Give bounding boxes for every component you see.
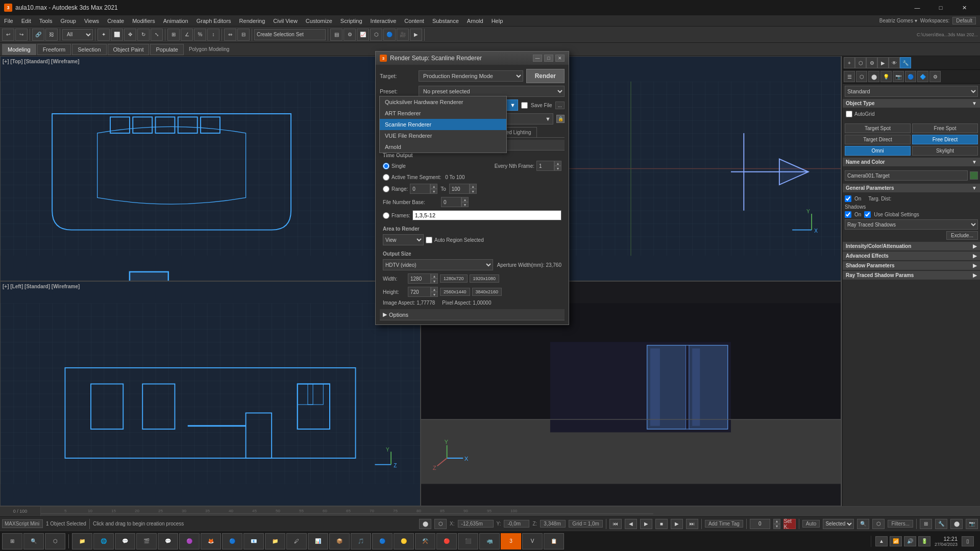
unlink-button[interactable]: ⛓ <box>45 29 58 41</box>
viewport-icon-4[interactable]: 📷 <box>966 519 978 529</box>
go-end-button[interactable]: ⏭ <box>686 519 698 529</box>
autogrid-checkbox[interactable] <box>846 111 852 117</box>
rp-cam-btn[interactable]: 📷 <box>893 71 904 82</box>
target-spot-btn[interactable]: Target Spot <box>845 123 911 133</box>
dialog-restore-button[interactable]: □ <box>544 55 553 62</box>
height-input[interactable] <box>408 287 431 297</box>
curve-editor-button[interactable]: 📈 <box>357 29 369 41</box>
menu-views[interactable]: Views <box>80 15 103 27</box>
maximize-button[interactable]: □ <box>929 0 952 15</box>
snap-toggle[interactable]: ⊞ <box>167 29 180 41</box>
every-nth-input[interactable] <box>536 161 554 171</box>
workspace-value[interactable]: Default <box>952 17 976 24</box>
dd-vue[interactable]: VUE File Renderer <box>380 130 506 141</box>
align-button[interactable]: ⊟ <box>237 29 250 41</box>
range-to-up[interactable]: ▲ <box>470 184 477 189</box>
taskbar-chrome[interactable]: 🌐 <box>93 533 114 549</box>
standard-dropdown[interactable]: Standard <box>845 86 978 97</box>
render-button[interactable]: ▶ <box>410 29 422 41</box>
free-direct-btn[interactable]: Free Direct <box>912 135 978 144</box>
status-icon-2[interactable]: ⬡ <box>434 519 447 529</box>
taskbar-spotify[interactable]: 🎵 <box>351 533 371 549</box>
y-coord-value[interactable]: -0,0m <box>504 520 529 528</box>
object-type-section[interactable]: Object Type ▼ <box>843 99 980 108</box>
taskbar-rhino[interactable]: 🦏 <box>479 533 500 549</box>
file-num-down[interactable]: ▼ <box>461 202 469 207</box>
res-4k-btn[interactable]: 3840x2160 <box>472 288 502 296</box>
play-button[interactable]: ▶ <box>640 519 652 529</box>
menu-modifiers[interactable]: Modifiers <box>128 15 159 27</box>
object-name-input[interactable] <box>845 170 968 181</box>
filter-status-button[interactable]: ⬡ <box>872 519 885 529</box>
stop-button[interactable]: ■ <box>655 519 668 529</box>
res-720p-btn[interactable]: 1280x720 <box>440 274 468 283</box>
advanced-effects-section[interactable]: Advanced Effects ▶ <box>843 252 980 260</box>
general-params-section[interactable]: General Parameters ▼ <box>843 184 980 192</box>
material-editor-button[interactable]: 🔵 <box>383 29 396 41</box>
area-dropdown[interactable]: View <box>383 234 424 245</box>
taskbar-whatsapp[interactable]: 💬 <box>158 533 178 549</box>
skylight-btn[interactable]: Skylight <box>912 146 978 156</box>
dd-art[interactable]: ART Renderer <box>380 108 506 119</box>
x-coord-value[interactable]: -12,635m <box>458 520 494 528</box>
mirror-button[interactable]: ⇔ <box>224 29 236 41</box>
preset-dropdown[interactable]: No preset selected <box>419 86 565 97</box>
select-region-button[interactable]: ⬜ <box>111 29 123 41</box>
options-section-header[interactable]: ▶ Options <box>380 309 565 320</box>
tab-object-paint[interactable]: Object Paint <box>108 44 150 55</box>
every-nth-up[interactable]: ▲ <box>554 161 561 166</box>
frame-input[interactable] <box>750 519 770 529</box>
rp-filter-btn[interactable]: ⬡ <box>856 71 867 82</box>
viewport-left[interactable]: [+] [Left] [Standard] [Wireframe] <box>0 281 421 506</box>
range-radio[interactable] <box>383 186 389 192</box>
shadow-params-section[interactable]: Shadow Parameters ▶ <box>843 261 980 270</box>
omni-btn[interactable]: Omni <box>845 146 911 156</box>
spinner-snap[interactable]: ↕ <box>207 29 219 41</box>
target-dropdown[interactable]: Production Rendering Mode <box>419 70 523 82</box>
menu-interactive[interactable]: Interactive <box>366 15 401 27</box>
menu-substance[interactable]: Substance <box>428 15 463 27</box>
height-up[interactable]: ▲ <box>431 287 438 292</box>
show-desktop-button[interactable]: ▯ <box>962 536 974 546</box>
move-button[interactable]: ✥ <box>124 29 136 41</box>
auto-label[interactable]: Auto <box>802 520 820 528</box>
minimize-button[interactable]: — <box>905 0 929 15</box>
target-direct-btn[interactable]: Target Direct <box>845 135 911 144</box>
selected-dropdown[interactable]: Selected <box>823 519 854 529</box>
rp-space-btn[interactable]: 🔷 <box>917 71 928 82</box>
taskbar-mail[interactable]: 📧 <box>243 533 264 549</box>
free-spot-btn[interactable]: Free Spot <box>912 123 978 133</box>
menu-content[interactable]: Content <box>400 15 428 27</box>
dd-arnold[interactable]: Arnold <box>380 141 506 153</box>
menu-tools[interactable]: Tools <box>35 15 57 27</box>
taskbar-photoshop[interactable]: 🔵 <box>372 533 393 549</box>
single-radio[interactable] <box>383 163 389 169</box>
add-time-tag-btn[interactable]: Add Time Tag <box>705 520 743 528</box>
range-from-input[interactable] <box>410 184 430 194</box>
ruler-marks-container[interactable]: 5 10 15 20 25 30 35 40 45 50 55 60 65 70… <box>41 506 980 516</box>
frame-down[interactable]: ▼ <box>773 524 780 529</box>
menu-arnold[interactable]: Arnold <box>463 15 487 27</box>
viewport-icon-2[interactable]: 🔧 <box>935 519 947 529</box>
taskbar-revit[interactable]: 🔴 <box>436 533 457 549</box>
taskbar-teams[interactable]: 💬 <box>115 533 135 549</box>
link-button[interactable]: 🔗 <box>32 29 44 41</box>
filter-dropdown[interactable]: All <box>62 29 93 40</box>
range-to-down[interactable]: ▼ <box>470 189 477 194</box>
frames-radio[interactable] <box>383 212 389 219</box>
tray-network[interactable]: 📶 <box>890 536 902 546</box>
tray-battery[interactable]: 🔋 <box>918 536 930 546</box>
taskbar-blender[interactable]: ⚒️ <box>415 533 435 549</box>
menu-civil-view[interactable]: Civil View <box>269 15 301 27</box>
start-button[interactable]: ⊞ <box>2 533 22 549</box>
hdtv-dropdown[interactable]: HDTV (video) <box>383 259 493 270</box>
prev-frame-button[interactable]: ◀ <box>625 519 637 529</box>
dd-scanline[interactable]: Scanline Renderer <box>380 119 506 130</box>
on-checkbox[interactable] <box>845 195 851 202</box>
lock-icon[interactable]: 🔒 <box>556 115 565 123</box>
rp-tab-display[interactable]: 👁 <box>889 57 900 68</box>
range-from-down[interactable]: ▼ <box>430 189 437 194</box>
render-button[interactable]: Render <box>526 69 565 83</box>
redo-button[interactable]: ↪ <box>15 29 28 41</box>
menu-group[interactable]: Group <box>56 15 80 27</box>
